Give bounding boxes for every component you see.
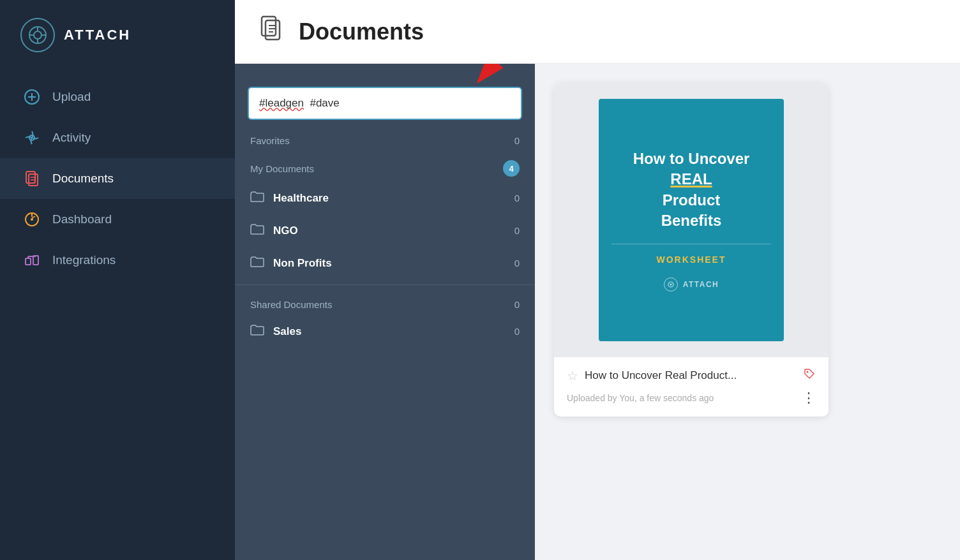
attach-logo-small <box>664 277 678 291</box>
favorites-count: 0 <box>514 135 520 146</box>
sidebar-item-activity[interactable]: Activity <box>0 117 235 158</box>
folder-icon-healthcare <box>250 191 264 205</box>
activity-icon <box>23 129 41 147</box>
my-documents-section[interactable]: My Documents 4 <box>235 151 535 182</box>
tag-leadgen: #leadgen <box>259 97 304 109</box>
upload-label: Upload <box>52 90 91 104</box>
title-line4: Benefits <box>661 212 722 229</box>
svg-rect-18 <box>26 258 31 265</box>
folder-name-healthcare: Healthcare <box>273 192 506 205</box>
doc-meta: Uploaded by You, a few seconds ago ⋮ <box>567 390 816 406</box>
folder-name-sales: Sales <box>273 325 506 338</box>
logo-icon <box>20 18 55 52</box>
folder-name-ngo: NGO <box>273 225 506 237</box>
my-documents-label: My Documents <box>250 163 314 174</box>
title-line1: How to Uncover <box>633 150 750 167</box>
favorites-section[interactable]: Favorites 0 <box>235 126 535 151</box>
dashboard-label: Dashboard <box>52 212 112 226</box>
upload-icon <box>23 88 41 106</box>
more-icon[interactable]: ⋮ <box>802 390 816 406</box>
folder-item-ngo[interactable]: NGO 0 <box>235 214 535 247</box>
svg-rect-19 <box>33 256 38 265</box>
sidebar-item-integrations[interactable]: Integrations <box>0 240 235 281</box>
sidebar-item-upload[interactable]: Upload <box>0 77 235 117</box>
svg-point-1 <box>34 31 41 39</box>
folder-count-ngo: 0 <box>514 225 520 236</box>
svg-point-15 <box>31 218 33 221</box>
documents-label: Documents <box>52 172 114 186</box>
main-content: Documents #leadgen #dave <box>235 0 960 560</box>
sidebar-item-documents[interactable]: Documents <box>0 158 235 199</box>
title-line2: REAL <box>670 170 712 188</box>
star-icon[interactable]: ☆ <box>567 368 578 383</box>
doc-uploaded: Uploaded by You, a few seconds ago <box>567 393 714 403</box>
folder-item-sales[interactable]: Sales 0 <box>235 315 535 348</box>
doc-preview-inner: How to Uncover REAL Product Benefits WOR… <box>599 99 784 341</box>
activity-label: Activity <box>52 131 91 145</box>
integrations-icon <box>23 251 41 269</box>
doc-list-panel: #leadgen #dave Favorites 0 <box>235 64 535 560</box>
my-documents-badge: 4 <box>503 160 520 177</box>
logo-area: ATTACH <box>0 0 235 70</box>
search-text: #leadgen #dave <box>259 97 340 110</box>
page-title: Documents <box>299 18 424 45</box>
integrations-label: Integrations <box>52 253 116 267</box>
search-input[interactable]: #leadgen #dave <box>248 87 522 120</box>
svg-rect-24 <box>266 20 280 40</box>
doc-preview-logo: ATTACH <box>664 277 719 291</box>
doc-card-title-row: ☆ How to Uncover Real Product... <box>567 367 816 383</box>
shared-documents-label: Shared Documents <box>250 299 332 310</box>
sidebar: ATTACH Upload Activity <box>0 0 235 560</box>
section-divider <box>235 284 535 285</box>
shared-documents-section[interactable]: Shared Documents 0 <box>235 290 535 315</box>
title-line3: Product <box>663 191 721 209</box>
tag-icon[interactable] <box>803 367 816 383</box>
doc-preview: How to Uncover REAL Product Benefits WOR… <box>554 83 829 357</box>
main-nav: Upload Activity <box>0 70 235 560</box>
folder-name-non-profits: Non Profits <box>273 257 506 270</box>
documents-icon <box>23 170 41 188</box>
doc-preview-title-text: How to Uncover REAL Product Benefits <box>633 149 750 232</box>
folder-count-sales: 0 <box>514 326 520 337</box>
doc-preview-subtitle: WORKSHEET <box>611 244 771 265</box>
folder-item-healthcare[interactable]: Healthcare 0 <box>235 182 535 214</box>
content-area: #leadgen #dave Favorites 0 <box>235 64 960 560</box>
dashboard-icon <box>23 210 41 228</box>
doc-card: How to Uncover REAL Product Benefits WOR… <box>554 83 829 416</box>
doc-card-info: ☆ How to Uncover Real Product... Uploade… <box>554 357 829 416</box>
doc-card-panel: How to Uncover REAL Product Benefits WOR… <box>535 64 960 560</box>
folder-count-non-profits: 0 <box>514 258 520 269</box>
doc-title: How to Uncover Real Product... <box>585 369 797 382</box>
search-wrapper: #leadgen #dave <box>235 77 535 126</box>
sidebar-item-dashboard[interactable]: Dashboard <box>0 199 235 240</box>
app-name: ATTACH <box>64 27 131 43</box>
folder-icon-non-profits <box>250 256 264 270</box>
folder-item-non-profits[interactable]: Non Profits 0 <box>235 247 535 279</box>
favorites-label: Favorites <box>250 135 290 146</box>
svg-point-30 <box>670 284 671 286</box>
page-header: Documents <box>235 0 960 64</box>
attach-logo-text: ATTACH <box>683 280 719 289</box>
folder-icon-ngo <box>250 223 264 238</box>
folder-count-healthcare: 0 <box>514 193 520 203</box>
page-header-icon <box>258 14 287 49</box>
folder-icon-sales <box>250 324 264 339</box>
shared-documents-count: 0 <box>514 299 520 310</box>
tag-dave: #dave <box>310 97 339 109</box>
svg-point-31 <box>807 371 809 373</box>
